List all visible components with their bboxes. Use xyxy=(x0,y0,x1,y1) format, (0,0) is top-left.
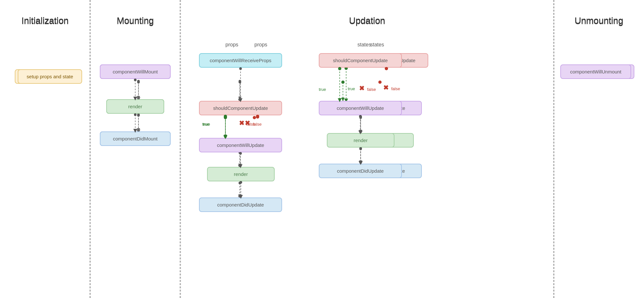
x-icon-props: ✖ xyxy=(245,119,250,127)
node-render-mount: render xyxy=(106,99,164,114)
mount-section-title: Mounting xyxy=(90,15,180,26)
node-componentWillUnmount: componentWillUnmount xyxy=(560,64,631,79)
node-componentWillUpdate-props: componentWillUpdate xyxy=(199,138,282,152)
node-componentDidUpdate-states: componentDidUpdate xyxy=(319,164,402,178)
node-shouldComponentUpdate-props: shouldComponentUpdate xyxy=(199,101,282,115)
init-section-title: Initialization xyxy=(0,15,90,26)
node-componentWillReceiveProps: componentWillReceiveProps xyxy=(199,53,282,68)
update-section-title: Updation xyxy=(180,15,554,26)
node-componentDidMount: componentDidMount xyxy=(100,131,171,146)
node-componentWillUpdate-states: componentWillUpdate xyxy=(319,101,402,115)
node-componentDidUpdate-props: componentDidUpdate xyxy=(199,197,282,212)
false-label-props: false xyxy=(253,122,261,127)
unmount-section-title: Unmounting xyxy=(554,15,644,26)
divider-3 xyxy=(554,0,554,298)
false-label-states: false xyxy=(367,87,376,92)
divider-1 xyxy=(90,0,91,298)
props-sublabel: props xyxy=(225,42,238,48)
x-icon-states: ✖ xyxy=(359,84,365,92)
node-shouldComponentUpdate-states: shouldComponentUpdate xyxy=(319,53,402,68)
node-componentWillMount: componentWillMount xyxy=(100,64,171,79)
node-setup-props-and-state: setup props and state xyxy=(18,69,82,84)
true-label-states: true xyxy=(319,87,326,92)
divider-2 xyxy=(180,0,181,298)
states-sublabel: states xyxy=(357,42,371,48)
node-render-states: render xyxy=(327,133,394,148)
absolute-layout: Initialization Mounting Updation Unmount… xyxy=(0,0,644,298)
node-render-props: render xyxy=(207,167,275,181)
true-label-props: true xyxy=(203,122,210,127)
